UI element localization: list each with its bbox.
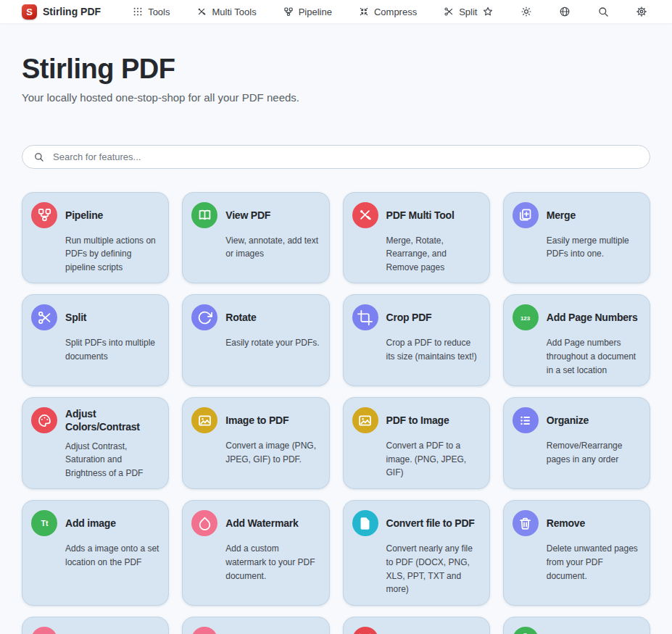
list-icon [513,407,539,433]
unlock-icon [191,627,217,634]
card-add-page-numbers[interactable]: 123 Add Page Numbers Add Page numbers th… [503,294,650,386]
compress-icon [359,7,369,17]
card-compress[interactable]: Compress Compress PDFs to reduce their f… [343,617,490,634]
card-image-to-pdf[interactable]: Image to PDF Convert a image (PNG, JPEG,… [182,397,329,489]
nav-item-label: Pipeline [299,7,332,17]
card-merge[interactable]: Merge Easily merge multiple PDFs into on… [503,192,650,284]
grid-icon [133,7,143,17]
card-add-image[interactable]: Tt Add image Adds a image onto a set loc… [22,500,169,605]
numbers-123-icon: 123 [513,304,539,330]
multitool-icon [196,7,207,17]
card-description: Easily merge multiple PDFs into one. [547,234,641,261]
search-input[interactable] [51,151,639,163]
card-description: Adds a image onto a set location on the … [65,542,159,569]
nav-actions [482,6,647,17]
card-rotate[interactable]: Rotate Easily rotate your PDFs. [182,294,329,386]
multitool-icon [352,202,378,228]
nav-item-label: Compress [374,7,417,17]
card-organize[interactable]: Organize Remove/Rearrange pages in any o… [503,397,650,489]
scissors-icon [31,304,57,330]
card-pdf-multi-tool[interactable]: PDF Multi Tool Merge, Rotate, Rearrange,… [343,192,490,284]
clipboard-icon [513,627,539,634]
card-title: Organize [547,414,641,427]
card-remove-password[interactable]: Remove Password Remove password protecti… [182,617,329,634]
globe-icon[interactable] [559,6,571,17]
gear-icon[interactable] [636,6,647,17]
card-title: Crop PDF [386,311,481,324]
card-pipeline[interactable]: Pipeline Run multiple actions on PDFs by… [22,192,169,284]
card-title: View PDF [225,209,320,222]
star-icon[interactable] [482,6,494,17]
image-icon [352,407,378,433]
card-title: Add Page Numbers [547,311,641,324]
card-add-watermark[interactable]: Add Watermark Add a custom watermark to … [182,500,329,605]
pipeline-icon [31,202,57,228]
card-description: Delete unwanted pages from your PDF docu… [547,542,641,583]
sun-icon[interactable] [520,6,532,17]
card-title: PDF Multi Tool [386,209,481,222]
lock-icon [31,627,57,634]
nav-item-tools[interactable]: Tools [133,7,170,17]
file-icon [352,510,378,536]
feature-search [22,145,650,169]
brand-home-link[interactable]: S Stirling PDF [22,4,101,20]
nav-item-pipeline[interactable]: Pipeline [283,7,332,17]
card-description: Add a custom watermark to your PDF docum… [225,542,320,583]
card-description: Add Page numbers throughout a document i… [547,336,641,377]
book-icon [191,202,217,228]
nav-item-multi-tools[interactable]: Multi Tools [196,7,256,17]
stirling-logo-icon: S [22,4,37,20]
page-subtitle: Your locally hosted one-stop-shop for al… [22,91,650,104]
main-content: Stirling PDF Your locally hosted one-sto… [0,54,672,634]
card-title: Pipeline [65,209,159,222]
card-title: Merge [547,209,641,222]
card-title: Split [65,311,159,324]
card-title: Image to PDF [225,414,320,427]
scissors-icon [444,7,454,17]
droplet-icon [191,510,217,536]
card-title: Add Watermark [225,517,320,530]
brand-name: Stirling PDF [43,6,101,17]
rotate-icon [191,304,217,330]
card-remove[interactable]: Remove Delete unwanted pages from your P… [503,500,650,605]
merge-icon [513,202,539,228]
nav-item-label: Multi Tools [212,7,256,17]
card-description: Convert a image (PNG, JPEG, GIF) to PDF. [225,439,320,466]
search-icon [33,151,44,162]
trash-icon [513,510,539,536]
nav-item-split[interactable]: Split [444,7,477,17]
card-view-pdf[interactable]: View PDF View, annotate, add text or ima… [182,192,329,284]
palette-icon [31,407,57,433]
card-title: Rotate [225,311,320,324]
nav-item-compress[interactable]: Compress [359,7,417,17]
card-title: Adjust Colors/Contrast [65,407,159,433]
card-description: Convert a PDF to a image. (PNG, JPEG, GI… [386,439,481,480]
card-description: Adjust Contrast, Saturation and Brightne… [65,440,159,480]
pipeline-icon [283,7,294,17]
card-description: Merge, Rotate, Rearrange, and Remove pag… [386,234,481,275]
page-title: Stirling PDF [22,54,650,85]
card-adjust-colors-contrast[interactable]: Adjust Colors/Contrast Adjust Contrast, … [22,397,169,489]
card-description: Remove/Rearrange pages in any order [547,439,641,466]
card-add-password[interactable]: Add Password Encrypt your PDF document w… [22,617,169,634]
card-change-metadata[interactable]: Change Metadata Change/Remove/Add metada… [503,617,650,634]
nav-menu: Tools Multi Tools Pipeline Compress Spli… [133,7,477,17]
card-description: Easily rotate your PDFs. [225,336,320,350]
card-title: PDF to Image [386,414,481,427]
crop-icon [352,304,378,330]
svg-text:123: 123 [520,315,531,322]
card-description: Convert nearly any file to PDF (DOCX, PN… [386,542,481,596]
navbar: S Stirling PDF Tools Multi Tools Pipelin… [0,0,672,23]
nav-item-label: Split [459,7,477,17]
card-description: Crop a PDF to reduce its size (maintains… [386,336,481,363]
card-convert-file-to-pdf[interactable]: Convert file to PDF Convert nearly any f… [343,500,490,605]
svg-text:Tt: Tt [41,519,48,527]
card-split[interactable]: Split Split PDFs into multiple documents [22,294,169,386]
card-description: View, annotate, add text or images [225,234,320,261]
text-tt-icon: Tt [31,510,57,536]
card-pdf-to-image[interactable]: PDF to Image Convert a PDF to a image. (… [343,397,490,489]
card-crop-pdf[interactable]: Crop PDF Crop a PDF to reduce its size (… [343,294,490,386]
card-description: Run multiple actions on PDFs by defining… [65,234,159,275]
search-icon[interactable] [597,6,609,17]
nav-item-label: Tools [148,7,170,17]
